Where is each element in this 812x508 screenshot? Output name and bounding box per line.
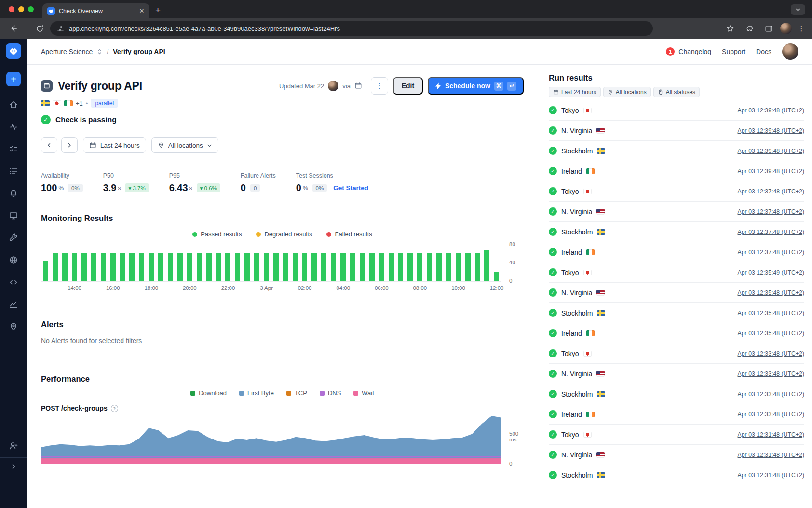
bar-passed-results[interactable] [475,253,480,281]
bar-passed-results[interactable] [417,253,422,281]
user-avatar[interactable] [782,43,798,60]
bar-passed-results[interactable] [206,253,212,281]
legend-item[interactable]: Failed results [326,231,372,238]
run-result-row[interactable]: ✓ Tokyo Apr 03 12:31:48 (UTC+2) [549,425,804,445]
run-timestamp-link[interactable]: Apr 03 12:37:48 (UTC+2) [738,249,804,256]
bar-passed-results[interactable] [302,253,307,281]
bookmark-star-icon[interactable] [722,21,738,36]
run-timestamp-link[interactable]: Apr 03 12:33:48 (UTC+2) [738,391,804,398]
create-new-button[interactable]: + [6,72,21,86]
bar-passed-results[interactable] [197,253,202,281]
account-switcher-icon[interactable] [97,48,102,55]
run-timestamp-link[interactable]: Apr 03 12:39:48 (UTC+2) [738,148,804,154]
browser-profile-avatar[interactable] [780,23,792,34]
sidebar-logs-icon[interactable] [7,165,20,178]
bar-passed-results[interactable] [149,253,154,281]
bar-passed-results[interactable] [177,253,183,281]
bar-passed-results[interactable] [360,253,365,281]
bar-passed-results[interactable] [494,272,499,281]
zoom-window-button[interactable] [28,6,34,12]
bar-passed-results[interactable] [235,253,240,281]
run-timestamp-link[interactable]: Apr 03 12:39:48 (UTC+2) [738,168,804,175]
help-icon[interactable]: ? [111,405,118,412]
extensions-icon[interactable] [742,21,757,36]
sidebar-maintenance-icon[interactable] [7,231,20,245]
sidebar-analytics-icon[interactable] [7,298,20,311]
bar-passed-results[interactable] [484,250,489,281]
run-timestamp-link[interactable]: Apr 03 12:37:48 (UTC+2) [738,229,804,235]
sidebar-locations-icon[interactable] [7,320,20,333]
bar-passed-results[interactable] [187,253,192,281]
run-result-row[interactable]: ✓ N. Virginia Apr 03 12:39:48 (UTC+2) [549,121,804,141]
bar-passed-results[interactable] [340,253,346,281]
run-timestamp-link[interactable]: Apr 03 12:33:48 (UTC+2) [738,411,804,418]
legend-item[interactable]: Passed results [192,231,242,238]
run-result-row[interactable]: ✓ Tokyo Apr 03 12:33:48 (UTC+2) [549,343,804,364]
run-result-row[interactable]: ✓ Stockholm Apr 03 12:37:48 (UTC+2) [549,222,804,242]
bar-passed-results[interactable] [216,253,221,281]
bar-passed-results[interactable] [465,253,471,281]
bar-passed-results[interactable] [110,253,116,281]
run-timestamp-link[interactable]: Apr 03 12:39:48 (UTC+2) [738,127,804,134]
run-result-row[interactable]: ✓ N. Virginia Apr 03 12:35:48 (UTC+2) [549,283,804,303]
bar-passed-results[interactable] [398,253,403,281]
bar-passed-results[interactable] [456,253,461,281]
run-timestamp-link[interactable]: Apr 03 12:31:48 (UTC+2) [738,472,804,479]
bar-passed-results[interactable] [331,253,336,281]
sidebar-home-icon[interactable] [7,98,20,111]
bar-passed-results[interactable] [254,253,259,281]
legend-item[interactable]: Wait [353,389,374,397]
bar-passed-results[interactable] [369,253,375,281]
bar-passed-results[interactable] [43,261,48,281]
bar-passed-results[interactable] [225,253,230,281]
next-window-button[interactable] [61,137,78,153]
bar-passed-results[interactable] [379,253,384,281]
bar-passed-results[interactable] [436,253,442,281]
time-range-button[interactable]: Last 24 hours [83,137,146,153]
run-timestamp-link[interactable]: Apr 03 12:37:48 (UTC+2) [738,188,804,195]
run-result-row[interactable]: ✓ N. Virginia Apr 03 12:33:48 (UTC+2) [549,364,804,384]
run-result-row[interactable]: ✓ Tokyo Apr 03 12:35:49 (UTC+2) [549,262,804,283]
sidebar-snippets-icon[interactable] [7,275,20,289]
run-result-row[interactable]: ✓ Stockholm Apr 03 12:31:48 (UTC+2) [549,465,804,485]
run-result-row[interactable]: ✓ N. Virginia Apr 03 12:31:48 (UTC+2) [549,445,804,465]
run-result-row[interactable]: ✓ Stockholm Apr 03 12:39:48 (UTC+2) [549,141,804,161]
browser-menu-icon[interactable]: ⋮ [796,21,807,36]
run-timestamp-link[interactable]: Apr 03 12:31:48 (UTC+2) [738,431,804,438]
edit-button[interactable]: Edit [393,77,423,95]
bar-passed-results[interactable] [350,253,355,281]
run-timestamp-link[interactable]: Apr 03 12:37:48 (UTC+2) [738,208,804,215]
run-result-row[interactable]: ✓ Ireland Apr 03 12:33:48 (UTC+2) [549,404,804,425]
sidebar-alerts-icon[interactable] [7,187,20,200]
run-result-row[interactable]: ✓ Ireland Apr 03 12:35:48 (UTC+2) [549,323,804,343]
sidebar-activity-icon[interactable] [7,120,20,134]
back-icon[interactable] [6,21,21,36]
schedule-now-button[interactable]: Schedule now ⌘ ↵ [428,77,524,95]
reload-icon[interactable] [32,21,47,36]
docs-link[interactable]: Docs [756,48,771,55]
run-result-row[interactable]: ✓ Tokyo Apr 03 12:37:48 (UTC+2) [549,181,804,202]
browser-tab[interactable]: Check Overview ✕ [42,3,149,18]
bar-passed-results[interactable] [168,253,173,281]
legend-item[interactable]: DNS [320,389,341,397]
locations-filter-button[interactable]: All locations [151,137,218,153]
breadcrumb-account[interactable]: Aperture Science [41,48,93,55]
get-started-link[interactable]: Get Started [333,184,368,192]
bar-passed-results[interactable] [321,253,326,281]
run-timestamp-link[interactable]: Apr 03 12:35:48 (UTC+2) [738,330,804,337]
prev-window-button[interactable] [41,137,57,153]
bar-passed-results[interactable] [427,253,432,281]
bar-passed-results[interactable] [129,253,135,281]
bar-passed-results[interactable] [81,253,87,281]
sidebar-collapse-button[interactable] [0,457,27,508]
filter-locations-chip[interactable]: All locations [603,87,651,97]
bar-passed-results[interactable] [101,253,106,281]
support-link[interactable]: Support [722,48,745,55]
tab-search-button[interactable] [791,4,805,15]
run-timestamp-link[interactable]: Apr 03 12:31:48 (UTC+2) [738,452,804,458]
run-timestamp-link[interactable]: Apr 03 12:35:48 (UTC+2) [738,289,804,296]
side-panel-icon[interactable] [761,21,776,36]
bar-passed-results[interactable] [283,253,288,281]
sidebar-checks-icon[interactable] [7,142,20,156]
legend-item[interactable]: Download [190,389,227,397]
